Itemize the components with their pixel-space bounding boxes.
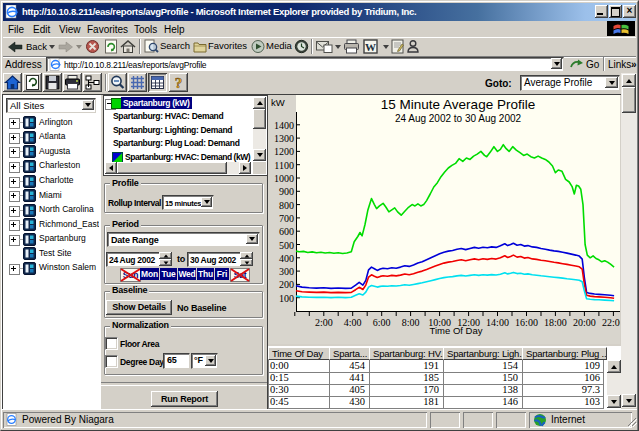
svg-text:14:00: 14:00 <box>486 317 509 328</box>
svg-text:16:00: 16:00 <box>515 317 538 328</box>
svg-text:1200: 1200 <box>274 146 294 157</box>
svg-text:1000: 1000 <box>274 173 294 184</box>
svg-text:600: 600 <box>279 226 294 237</box>
svg-text:8:00: 8:00 <box>402 317 420 328</box>
svg-text:4:00: 4:00 <box>344 317 362 328</box>
svg-text:?: ? <box>175 75 183 91</box>
svg-text:22:00: 22:00 <box>602 317 620 328</box>
svg-text:900: 900 <box>279 186 294 197</box>
svg-text:1400: 1400 <box>274 120 294 131</box>
svg-text:100: 100 <box>279 293 294 304</box>
svg-text:18:00: 18:00 <box>544 317 567 328</box>
svg-text:200: 200 <box>279 279 294 290</box>
svg-text:700: 700 <box>279 213 294 224</box>
svg-text:2:00: 2:00 <box>315 317 333 328</box>
svg-text:1100: 1100 <box>274 160 294 171</box>
svg-text:6:00: 6:00 <box>373 317 391 328</box>
svg-text:Time Of Day: Time Of Day <box>430 325 483 336</box>
svg-text:1300: 1300 <box>274 133 294 144</box>
svg-text:500: 500 <box>279 240 294 251</box>
svg-text:W: W <box>365 41 376 53</box>
svg-text:400: 400 <box>279 253 294 264</box>
svg-text:300: 300 <box>279 266 294 277</box>
svg-text:800: 800 <box>279 200 294 211</box>
svg-text:20:00: 20:00 <box>573 317 596 328</box>
